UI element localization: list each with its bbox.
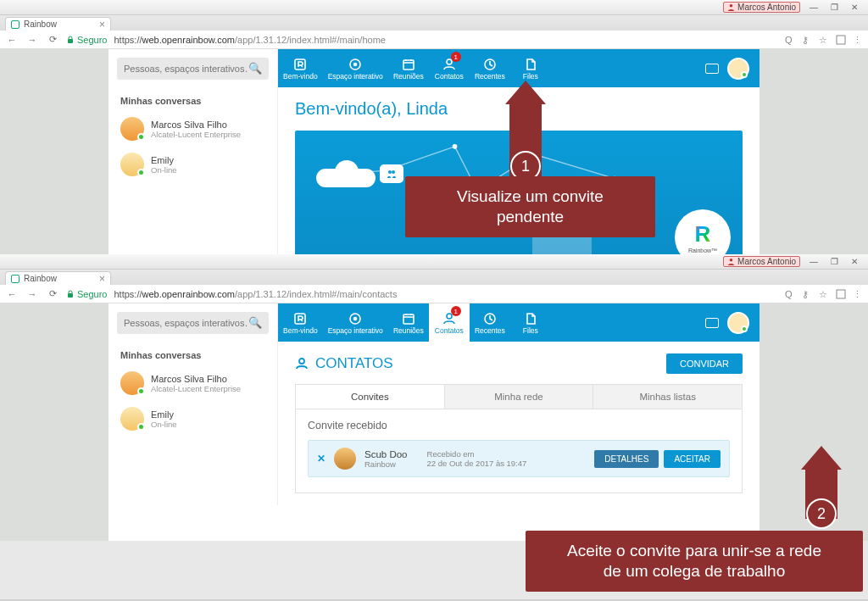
id-card-icon[interactable] (705, 64, 719, 74)
clock-icon (483, 311, 497, 326)
logo-icon (293, 57, 307, 72)
invites-section: Convite recebido ✕ Scub Doo Rainbow Rece… (295, 409, 743, 493)
svg-point-27 (354, 317, 357, 320)
nav-welcome[interactable]: Bem-vindo (278, 49, 323, 87)
addr-ext-icon[interactable] (836, 289, 846, 299)
os-user-badge[interactable]: Marcos Antonio (723, 256, 800, 267)
accept-button[interactable]: ACEITAR (664, 450, 721, 468)
url-text[interactable]: https://web.openrainbow.com/app/1.31.12/… (114, 35, 385, 45)
address-bar: ← → ⟳ Seguro https://web.openrainbow.com… (0, 31, 868, 49)
addr-search-icon[interactable]: Q (785, 35, 795, 45)
svg-point-29 (447, 314, 452, 319)
svg-rect-23 (68, 293, 73, 298)
nav-reload-button[interactable]: ⟳ (46, 34, 59, 45)
nav-spaces[interactable]: Espaço interativo (323, 49, 388, 87)
annotation-callout: Aceite o convite para unir-se a redede u… (526, 531, 863, 592)
user-avatar[interactable] (727, 58, 749, 80)
person-icon (295, 357, 309, 370)
addr-menu-icon[interactable]: ⋮ (853, 35, 863, 45)
addr-ext-icon[interactable] (836, 35, 846, 45)
url-text[interactable]: https://web.openrainbow.com/app/1.31.12/… (114, 289, 397, 299)
target-icon (348, 57, 362, 72)
nav-reload-button[interactable]: ⟳ (46, 288, 59, 299)
svg-rect-3 (295, 59, 305, 70)
conversation-item[interactable]: Marcos Silva FilhoAlcatel-Lucent Enterpr… (108, 365, 277, 401)
section-heading: Convite recebido (308, 420, 730, 431)
nav-contacts[interactable]: 1Contatos (429, 49, 470, 87)
os-user-label: Marcos Antonio (737, 257, 796, 266)
conversation-item[interactable]: EmilyOn-line (108, 147, 277, 182)
nav-back-button[interactable]: ← (5, 289, 19, 299)
browser-tab[interactable]: Rainbow × (5, 271, 111, 285)
conversation-item[interactable]: EmilyOn-line (108, 401, 277, 437)
favicon-icon (11, 20, 19, 29)
invite-card: ✕ Scub Doo Rainbow Recebido em 22 de Out… (308, 440, 730, 477)
search-input[interactable]: 🔍 (117, 312, 269, 334)
dismiss-icon[interactable]: ✕ (317, 453, 326, 465)
invite-button[interactable]: CONVIDAR (666, 353, 743, 374)
nav-forward-button[interactable]: → (25, 289, 39, 299)
svg-point-5 (354, 63, 357, 65)
presence-dot-online (137, 169, 145, 176)
tab-lists[interactable]: Minhas listas (593, 385, 742, 409)
tab-close-icon[interactable]: × (99, 274, 105, 284)
details-button[interactable]: DETALHES (594, 450, 659, 468)
window-minimize-button[interactable]: — (804, 256, 824, 268)
window-minimize-button[interactable]: — (804, 2, 824, 14)
nav-meetings[interactable]: Reuniões (388, 303, 429, 342)
search-input[interactable]: 🔍 (117, 58, 269, 80)
browser-tab[interactable]: Rainbow × (5, 17, 111, 31)
svg-rect-2 (837, 36, 845, 44)
sidebar-heading: Minhas conversas (108, 87, 277, 111)
svg-rect-24 (837, 290, 845, 298)
id-card-icon[interactable] (705, 318, 719, 328)
avatar (120, 371, 144, 395)
svg-point-7 (447, 59, 452, 64)
nav-files[interactable]: Files (510, 303, 551, 342)
sidebar-heading: Minhas conversas (108, 342, 277, 365)
tab-title: Rainbow (24, 274, 57, 283)
addr-star-icon[interactable]: ☆ (819, 289, 829, 299)
avatar (120, 407, 144, 431)
window-maximize-button[interactable]: ❐ (824, 2, 844, 14)
os-titlebar: Marcos Antonio — ❐ ✕ (0, 254, 868, 270)
clock-icon (483, 57, 497, 72)
window-close-button[interactable]: ✕ (844, 2, 865, 14)
nav-spaces[interactable]: Espaço interativo (323, 303, 388, 342)
nav-back-button[interactable]: ← (5, 35, 19, 45)
svg-point-0 (730, 4, 733, 8)
addr-key-icon[interactable]: ⚷ (802, 35, 812, 45)
top-nav: Bem-vindo Espaço interativo Reuniões 1Co… (278, 303, 760, 342)
addr-key-icon[interactable]: ⚷ (802, 289, 812, 299)
os-user-badge[interactable]: Marcos Antonio (723, 2, 800, 13)
addr-menu-icon[interactable]: ⋮ (853, 289, 863, 299)
svg-rect-6 (403, 60, 414, 70)
nav-meetings[interactable]: Reuniões (388, 49, 429, 87)
invite-name: Scub Doo (364, 449, 408, 459)
calendar-icon (402, 311, 415, 326)
os-titlebar: Marcos Antonio — ❐ ✕ (0, 0, 868, 15)
tab-invites[interactable]: Convites (296, 385, 445, 409)
nav-contacts[interactable]: 1Contatos (429, 303, 470, 342)
nav-recent[interactable]: Recentes (470, 303, 510, 342)
svg-point-17 (388, 170, 392, 174)
addr-search-icon[interactable]: Q (785, 289, 795, 299)
nav-welcome[interactable]: Bem-vindo (278, 303, 323, 342)
nav-forward-button[interactable]: → (25, 35, 39, 45)
file-icon (524, 57, 537, 72)
annotation-step-number: 2 (806, 498, 837, 529)
secure-indicator: Seguro (66, 35, 107, 45)
tab-close-icon[interactable]: × (99, 19, 105, 30)
address-bar: ← → ⟳ Seguro https://web.openrainbow.com… (0, 285, 868, 303)
svg-point-22 (730, 259, 733, 262)
tab-network[interactable]: Minha rede (445, 385, 594, 409)
search-icon: 🔍 (248, 62, 262, 75)
window-close-button[interactable]: ✕ (844, 256, 865, 268)
addr-star-icon[interactable]: ☆ (819, 35, 829, 45)
presence-dot-online (137, 133, 145, 141)
user-avatar[interactable] (727, 312, 749, 334)
browser-tabstrip: Rainbow × (0, 270, 868, 285)
nav-recent[interactable]: Recentes (470, 49, 510, 87)
conversation-item[interactable]: Marcos Silva FilhoAlcatel-Lucent Enterpr… (108, 111, 277, 147)
window-maximize-button[interactable]: ❐ (824, 256, 844, 268)
